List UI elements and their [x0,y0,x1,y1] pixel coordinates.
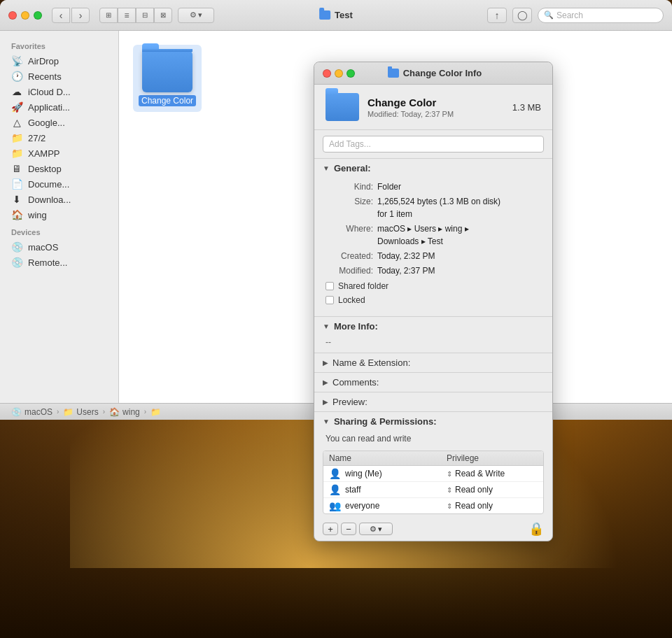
more-info-value: -- [314,336,552,353]
maximize-button[interactable] [34,11,42,20]
back-button[interactable]: ‹ [52,8,70,23]
remote-icon: 💿 [11,257,22,268]
info-folder-name: Change Color [368,97,504,108]
search-box[interactable]: 🔍 Search [538,8,664,23]
shared-folder-checkbox-row: Shared folder [326,281,541,291]
user-icon-wing: 👤 [329,468,341,479]
share-button[interactable]: ↑ [487,8,507,23]
file-item-change-color[interactable]: Change Color [133,45,202,112]
permissions-footer: + − ⚙ ▾ 🔒 [314,517,552,541]
name-extension-toggle-icon: ▶ [323,359,328,367]
airdrop-icon: 📡 [11,55,22,66]
add-permission-button[interactable]: + [323,523,338,535]
folder-icon-change-color [142,50,192,92]
file-label-change-color: Change Color [139,95,196,106]
view-buttons: ⊞ ≡ ⊟ ⊠ [99,8,172,23]
general-section-header[interactable]: ▼ General: [314,159,552,178]
info-row-modified: Modified: Today, 2:37 PM [326,264,541,277]
info-modified: Modified: Today, 2:37 PM [368,110,504,118]
close-button[interactable] [8,11,17,20]
gallery-view-button[interactable]: ⊠ [154,8,172,23]
breadcrumb-more-icon: 📁 [150,407,161,417]
desktop-icon: 🖥 [11,163,22,174]
sidebar-item-wing[interactable]: 🏠 wing [0,207,118,222]
devices-section-title: Devices [0,222,118,239]
general-section: ▼ General: Kind: Folder Size: 1,265,524 … [314,158,552,316]
perm-arrows-staff: ⇕ [447,486,452,494]
sidebar-item-documents[interactable]: 📄 Docume... [0,176,118,192]
sidebar-item-google[interactable]: △ Google... [0,115,118,130]
info-panel-title: Change Color Info [326,68,544,78]
applications-icon: 🚀 [11,101,22,113]
perm-row-everyone[interactable]: 👥 everyone ⇕ Read only [323,498,543,513]
perm-priv-staff: ⇕ Read only [447,485,538,495]
info-folder-icon-large [326,93,359,121]
sidebar-item-macos[interactable]: 💿 macOS [0,239,118,255]
sidebar-item-27-2[interactable]: 📁 27/2 [0,130,118,146]
comments-header[interactable]: ▶ Comments: [314,373,552,392]
name-extension-header[interactable]: ▶ Name & Extension: [314,353,552,372]
perm-row-wing[interactable]: 👤 wing (Me) ⇕ Read & Write [323,466,543,482]
breadcrumb-sep-2: › [103,408,105,416]
icloud-icon: ☁ [11,86,22,97]
breadcrumb-users[interactable]: 📁 Users [63,407,98,417]
breadcrumb-wing-icon: 🏠 [109,407,120,417]
info-name-block: Change Color Modified: Today, 2:37 PM [368,97,504,118]
locked-checkbox[interactable] [326,296,334,304]
list-view-button[interactable]: ≡ [118,8,136,23]
info-title-folder-icon [388,69,399,78]
sidebar: Favorites 📡 AirDrop 🕐 Recents ☁ iCloud D… [0,31,119,403]
breadcrumb-more[interactable]: 📁 [150,407,161,417]
minimize-button[interactable] [21,11,29,20]
sidebar-item-downloads[interactable]: ⬇ Downloa... [0,192,118,207]
gear-icon: ⚙ [190,10,197,20]
chevron-down-icon: ▾ [198,10,202,20]
perm-name-wing: 👤 wing (Me) [329,468,447,479]
tag-button[interactable]: ◯ [512,8,532,23]
lock-icon[interactable]: 🔒 [528,521,544,537]
breadcrumb-sep-3: › [144,408,146,416]
preview-section: ▶ Preview: [314,392,552,411]
sharing-toggle-icon: ▼ [323,418,330,425]
icon-view-button[interactable]: ⊞ [99,8,118,23]
info-panel-body: Change Color Modified: Today, 2:37 PM 1.… [314,85,552,541]
sidebar-item-applications[interactable]: 🚀 Applicati... [0,99,118,115]
breadcrumb-macos[interactable]: 💿 macOS [11,407,52,417]
more-info-header[interactable]: ▼ More Info: [314,317,552,336]
perm-priv-wing: ⇕ Read & Write [447,469,538,478]
recents-icon: 🕐 [11,71,22,82]
documents-icon: 📄 [11,178,22,190]
perm-row-staff[interactable]: 👤 staff ⇕ Read only [323,482,543,498]
sidebar-item-remote[interactable]: 💿 Remote... [0,255,118,270]
macos-icon: 💿 [11,241,22,253]
window-title: Test [319,10,353,20]
user-icon-staff: 👤 [329,484,341,495]
group-icon-everyone: 👥 [329,500,341,511]
preview-header[interactable]: ▶ Preview: [314,392,552,411]
remove-permission-button[interactable]: − [341,523,356,535]
sharing-header[interactable]: ▼ Sharing & Permissions: [314,412,552,431]
breadcrumb-wing[interactable]: 🏠 wing [109,407,140,417]
downloads-icon: ⬇ [11,194,22,205]
more-info-section: ▼ More Info: -- [314,316,552,353]
title-folder-icon [319,10,330,20]
action-button[interactable]: ⚙ ▾ [178,8,214,23]
sidebar-item-desktop[interactable]: 🖥 Desktop [0,161,118,176]
perm-name-everyone: 👥 everyone [329,500,447,511]
permission-action-button[interactable]: ⚙ ▾ [359,523,393,535]
perm-priv-everyone: ⇕ Read only [447,501,538,511]
comments-toggle-icon: ▶ [323,378,328,386]
sidebar-item-icloud[interactable]: ☁ iCloud D... [0,84,118,99]
tags-input[interactable]: Add Tags... [323,136,544,153]
google-icon: △ [11,117,22,128]
shared-folder-checkbox[interactable] [326,282,334,290]
forward-button[interactable]: › [71,8,90,23]
sidebar-item-recents[interactable]: 🕐 Recents [0,69,118,84]
xampp-icon: 📁 [11,148,22,159]
sidebar-item-airdrop[interactable]: 📡 AirDrop [0,53,118,69]
column-view-button[interactable]: ⊟ [136,8,154,23]
sidebar-item-xampp[interactable]: 📁 XAMPP [0,146,118,161]
27-2-icon: 📁 [11,132,22,143]
wing-icon: 🏠 [11,209,22,220]
general-section-body: Kind: Folder Size: 1,265,524 bytes (1.3 … [314,178,552,316]
